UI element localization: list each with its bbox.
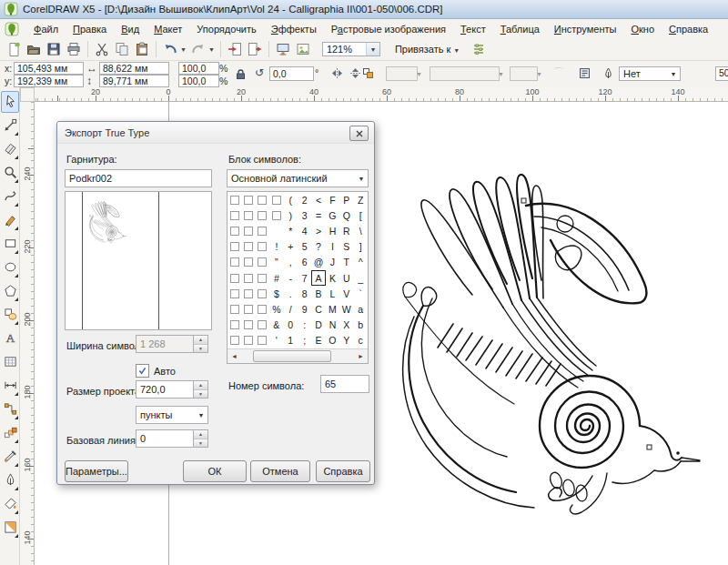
help-button[interactable]: Справка [316,460,370,482]
snap-to-button[interactable]: Привязать к ▼ [395,44,461,55]
grid-cell[interactable]: - [284,270,298,286]
menu-6[interactable]: Эффекты [264,21,324,37]
menu-8[interactable]: Текст [453,21,493,37]
lock-ratio-icon[interactable] [235,68,247,82]
grid-cell[interactable] [256,318,269,333]
grid-cell[interactable]: B [311,286,325,301]
grid-cell[interactable] [256,192,269,207]
menu-12[interactable]: Справка [662,21,715,37]
grid-cell[interactable]: % [269,301,283,317]
grid-cell[interactable] [228,301,241,317]
grid-cell[interactable]: c [354,333,368,348]
menu-3[interactable]: Вид [114,21,147,37]
paste-button[interactable] [132,40,152,59]
grid-cell[interactable]: Z [354,192,368,207]
grid-cell[interactable]: & [269,318,283,333]
horizontal-ruler[interactable]: 20020406080100120140 [35,87,728,102]
zoom-level-combo[interactable]: 121% ▼ [322,42,380,56]
grid-cell[interactable] [256,207,269,223]
baseline-spinner[interactable]: 0 ▲▼ [136,429,208,448]
grid-cell[interactable] [256,333,269,348]
outline-pen-icon[interactable] [602,67,614,81]
blend-tool[interactable] [1,422,19,444]
x-position-field[interactable]: 105,493 мм [14,62,84,75]
menu-11[interactable]: Окно [623,21,662,37]
menu-4[interactable]: Макет [147,21,189,37]
grid-cell[interactable]: L [326,286,339,301]
grid-cell[interactable]: R [339,223,353,238]
new-button[interactable] [4,40,24,59]
grid-cell[interactable]: = [311,207,325,223]
grid-cell[interactable]: @ [311,255,325,270]
grid-cell[interactable]: G [326,207,339,223]
text-wrap-icon[interactable] [579,67,591,81]
grid-cell[interactable] [241,286,255,301]
grid-cell[interactable]: ` [354,286,368,301]
grid-cell[interactable]: N [326,318,339,333]
grid-horizontal-scrollbar[interactable]: ◄ ► [228,348,368,363]
snap-options-icon[interactable] [469,40,489,59]
grid-cell[interactable]: $ [269,286,283,301]
grid-cell[interactable] [228,318,241,333]
grid-cell[interactable]: F [326,192,339,207]
object-width-field[interactable]: 88,622 мм [99,62,169,75]
welcome-screen-button[interactable] [293,40,313,59]
grid-cell[interactable]: V [339,286,353,301]
crop-tool[interactable] [1,138,19,160]
mirror-vertical-icon[interactable] [349,67,361,81]
spin-up-icon[interactable]: ▲ [194,381,207,389]
dialog-title-bar[interactable]: Экспорт True Type [57,122,374,144]
connector-tool[interactable] [1,399,19,420]
spin-down-icon[interactable]: ▼ [194,439,207,448]
grid-cell[interactable]: Q [339,207,353,223]
rotation-angle-field[interactable]: 0,0 [269,66,314,81]
polygon-tool[interactable] [1,280,19,302]
grid-cell[interactable]: / [284,301,298,317]
grid-cell-selected[interactable]: A [311,270,325,286]
grid-cell[interactable]: 3 [298,207,311,223]
text-tool[interactable]: A [1,328,19,349]
menu-9[interactable]: Таблица [493,21,547,37]
grid-cell[interactable]: 0 [284,318,298,333]
grid-cell[interactable]: Y [339,333,353,348]
open-button[interactable] [24,40,44,59]
chevron-down-icon[interactable]: ▼ [355,170,368,187]
grid-cell[interactable] [241,192,255,207]
grid-cell[interactable]: S [339,239,353,255]
chevron-down-icon[interactable]: ▼ [667,67,680,80]
grid-cell[interactable]: 4 [298,223,311,238]
fill-tool[interactable] [1,493,19,515]
grid-cell[interactable]: 7 [298,270,311,286]
chevron-down-icon[interactable]: ▼ [195,407,207,423]
rectangle-tool[interactable] [1,233,19,255]
pick-tool[interactable] [1,91,19,113]
object-height-field[interactable]: 89,771 мм [99,75,169,87]
grid-cell[interactable]: * [284,223,298,238]
grid-cell[interactable] [256,255,269,270]
clipped-right-field[interactable]: 50 [715,66,728,81]
grid-cell[interactable]: \ [354,223,368,238]
grid-cell[interactable]: . [284,286,298,301]
mirror-horizontal-icon[interactable] [331,67,343,81]
grid-cell[interactable] [256,223,269,238]
ellipse-tool[interactable] [1,257,19,278]
grid-cell[interactable]: ; [298,333,311,348]
ruler-origin-box[interactable] [20,87,35,102]
grid-cell[interactable]: I [326,239,339,255]
eyedropper-tool[interactable] [1,446,19,468]
undo-button[interactable] [160,40,180,59]
grid-cell[interactable]: 1 [284,333,298,348]
grid-cell[interactable] [228,286,241,301]
spin-up-icon[interactable]: ▲ [194,430,207,439]
grid-cell[interactable] [269,207,283,223]
grid-cell[interactable]: K [326,270,339,286]
scroll-right-icon[interactable]: ► [354,350,368,362]
grid-cell[interactable]: 6 [298,255,311,270]
grid-cell[interactable]: ! [269,239,283,255]
grid-cell[interactable]: _ [354,270,368,286]
menu-10[interactable]: Инструменты [547,21,624,37]
chevron-down-icon[interactable]: ▼ [366,43,379,55]
cancel-button[interactable]: Отмена [250,460,310,482]
symbol-block-combo[interactable]: Основной латинский ▼ [227,169,369,187]
grid-cell[interactable]: a [354,301,368,317]
